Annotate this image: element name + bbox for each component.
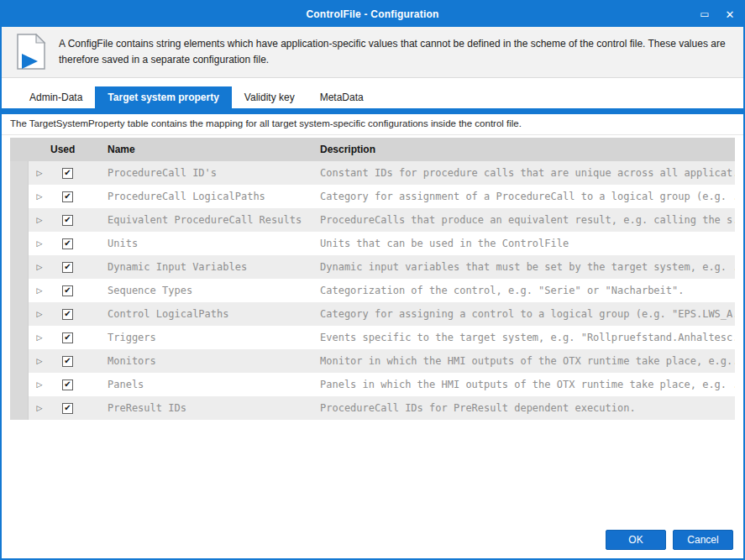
table-row[interactable]: ▷ ✔ PreResult IDs ProcedureCall IDs for … <box>10 396 735 420</box>
table-row[interactable]: ▷ ✔ Dynamic Input Variables Dynamic inpu… <box>10 255 735 279</box>
check-icon: ✔ <box>64 192 71 201</box>
expander-icon[interactable]: ▷ <box>29 326 50 349</box>
check-icon: ✔ <box>64 380 71 389</box>
row-selector-gutter[interactable] <box>10 302 29 326</box>
expander-icon[interactable]: ▷ <box>29 255 50 279</box>
tab-metadata[interactable]: MetaData <box>307 86 376 108</box>
used-checkbox[interactable]: ✔ <box>62 332 73 343</box>
row-description: ProcedureCalls that produce an equivalen… <box>312 214 735 226</box>
cancel-button[interactable]: Cancel <box>673 530 733 550</box>
check-icon: ✔ <box>64 169 71 177</box>
row-selector-gutter[interactable] <box>10 326 29 349</box>
expander-icon[interactable]: ▷ <box>29 185 50 208</box>
row-name: PreResult IDs <box>97 402 312 414</box>
title-bar[interactable]: ControlFile - Configuration ▭ ✕ <box>2 2 743 27</box>
window-controls: ▭ ✕ <box>698 2 737 27</box>
row-selector-gutter[interactable] <box>10 161 29 185</box>
table-body: ▷ ✔ ProcedureCall ID's Constant IDs for … <box>10 161 735 420</box>
dialog-footer: OK Cancel <box>606 530 733 550</box>
table-row[interactable]: ▷ ✔ Equivalent ProcedureCall Results Pro… <box>10 208 735 232</box>
check-icon: ✔ <box>64 286 71 295</box>
used-checkbox[interactable]: ✔ <box>62 379 73 390</box>
row-description: Monitor in which the HMI outputs of the … <box>312 355 735 367</box>
tab-admin-data[interactable]: Admin-Data <box>17 86 95 108</box>
used-checkbox[interactable]: ✔ <box>62 403 73 414</box>
check-icon: ✔ <box>64 404 71 412</box>
expander-icon[interactable]: ▷ <box>29 302 50 326</box>
column-header-used[interactable]: Used <box>50 144 97 155</box>
expander-icon[interactable]: ▷ <box>29 279 50 302</box>
used-checkbox[interactable]: ✔ <box>62 238 73 249</box>
table-row[interactable]: ▷ ✔ Control LogicalPaths Category for as… <box>10 302 735 326</box>
row-name: Units <box>97 238 312 249</box>
tab-target-system-property[interactable]: Target system property <box>95 86 232 108</box>
header-strip: A ConfigFile contains string elements wh… <box>2 27 743 78</box>
row-name: Equivalent ProcedureCall Results <box>97 214 312 226</box>
table-header-row: Used Name Description <box>10 138 735 161</box>
used-checkbox[interactable]: ✔ <box>62 191 73 202</box>
row-description: Category for assignment of a ProcedureCa… <box>312 191 735 202</box>
used-checkbox[interactable]: ✔ <box>62 309 73 320</box>
table-row[interactable]: ▷ ✔ Panels Panels in which the HMI outpu… <box>10 373 735 396</box>
table-row[interactable]: ▷ ✔ Sequence Types Categorization of the… <box>10 279 735 302</box>
row-description: Events specific to the target system, e.… <box>312 332 735 343</box>
check-icon: ✔ <box>64 333 71 342</box>
row-name: Dynamic Input Variables <box>97 261 312 273</box>
table-row[interactable]: ▷ ✔ Triggers Events specific to the targ… <box>10 326 735 349</box>
row-selector-gutter[interactable] <box>10 279 29 302</box>
window-title: ControlFile - Configuration <box>306 8 438 20</box>
table-intro-text: The TargetSystemProperty table contains … <box>2 114 743 135</box>
row-selector-gutter[interactable] <box>10 232 29 255</box>
config-file-icon <box>15 34 47 71</box>
expander-icon[interactable]: ▷ <box>29 373 50 396</box>
expander-icon[interactable]: ▷ <box>29 208 50 232</box>
maximize-icon[interactable]: ▭ <box>698 9 711 19</box>
row-selector-gutter[interactable] <box>10 208 29 232</box>
check-icon: ✔ <box>64 310 71 318</box>
check-icon: ✔ <box>64 239 71 248</box>
row-description: ProcedureCall IDs for PreResult dependen… <box>312 402 735 414</box>
dialog-window: ControlFile - Configuration ▭ ✕ A Config… <box>0 0 745 560</box>
row-name: Monitors <box>97 355 312 367</box>
tab-strip: Admin-Data Target system property Validi… <box>2 78 743 108</box>
column-header-description[interactable]: Description <box>312 144 735 155</box>
row-selector-gutter[interactable] <box>10 373 29 396</box>
row-selector-gutter[interactable] <box>10 255 29 279</box>
dialog-description: A ConfigFile contains string elements wh… <box>59 36 731 67</box>
tab-validity-key[interactable]: Validity key <box>232 86 307 108</box>
ok-button[interactable]: OK <box>606 530 666 550</box>
column-header-name[interactable]: Name <box>97 144 312 155</box>
used-checkbox[interactable]: ✔ <box>62 168 73 179</box>
row-name: Triggers <box>97 332 312 343</box>
row-selector-gutter[interactable] <box>10 185 29 208</box>
active-tab-indicator-bar <box>2 108 743 114</box>
expander-icon[interactable]: ▷ <box>29 349 50 373</box>
tabs-area: Admin-Data Target system property Validi… <box>2 78 743 114</box>
row-name: Panels <box>97 379 312 390</box>
table-row[interactable]: ▷ ✔ Units Units that can be used in the … <box>10 232 735 255</box>
row-selector-gutter[interactable] <box>10 396 29 420</box>
used-checkbox[interactable]: ✔ <box>62 262 73 273</box>
table-row[interactable]: ▷ ✔ Monitors Monitor in which the HMI ou… <box>10 349 735 373</box>
row-name: ProcedureCall LogicalPaths <box>97 191 312 202</box>
row-description: Units that can be used in the ControlFil… <box>312 238 735 249</box>
row-description: Panels in which the HMI outputs of the O… <box>312 379 735 390</box>
expander-icon[interactable]: ▷ <box>29 161 50 185</box>
table-row[interactable]: ▷ ✔ ProcedureCall LogicalPaths Category … <box>10 185 735 208</box>
expander-icon[interactable]: ▷ <box>29 232 50 255</box>
used-checkbox[interactable]: ✔ <box>62 285 73 296</box>
row-selector-gutter[interactable] <box>10 349 29 373</box>
used-checkbox[interactable]: ✔ <box>62 356 73 367</box>
check-icon: ✔ <box>64 357 71 365</box>
table-row[interactable]: ▷ ✔ ProcedureCall ID's Constant IDs for … <box>10 161 735 185</box>
check-icon: ✔ <box>64 216 71 224</box>
row-description: Constant IDs for procedure calls that ar… <box>312 167 735 179</box>
expander-icon[interactable]: ▷ <box>29 396 50 420</box>
row-description: Dynamic input variables that must be set… <box>312 261 735 273</box>
row-name: Control LogicalPaths <box>97 308 312 320</box>
close-icon[interactable]: ✕ <box>723 9 737 20</box>
row-description: Categorization of the control, e.g. "Ser… <box>312 285 735 296</box>
row-name: ProcedureCall ID's <box>97 167 312 179</box>
target-system-property-table: Used Name Description ▷ ✔ ProcedureCall … <box>10 138 735 420</box>
used-checkbox[interactable]: ✔ <box>62 215 73 226</box>
